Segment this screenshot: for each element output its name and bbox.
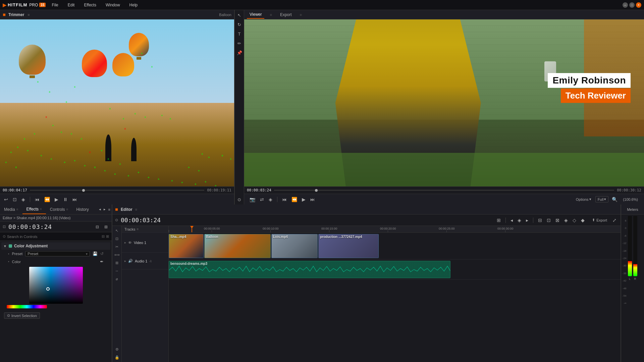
tab-media[interactable]: Media ≡ <box>0 205 22 214</box>
menu-file[interactable]: File <box>50 1 60 9</box>
preset-save-btn[interactable]: 💾 <box>93 251 98 256</box>
tl-tool-6[interactable]: ↔ <box>114 267 120 274</box>
editor-export-btn[interactable]: ⬆ Export <box>590 217 609 223</box>
editor-key-add[interactable]: ◈ <box>516 217 523 224</box>
minimize-button[interactable]: ─ <box>623 2 628 8</box>
editor-key-4[interactable]: ◈ <box>563 217 569 224</box>
scale-n30: -30 <box>623 262 627 269</box>
trimmer-pause-btn[interactable]: ⏸ <box>62 196 69 203</box>
tl-tool-settings[interactable]: ⚙ <box>114 346 120 353</box>
tab-controls[interactable]: Controls ≡ <box>46 205 72 214</box>
effect-group-header[interactable]: ▼ Color Adjustment <box>1 242 110 250</box>
editor-key-prev[interactable]: ◂ <box>509 217 514 224</box>
editor-expand-btn[interactable]: ⤢ <box>611 217 618 224</box>
editor-key-2[interactable]: ⊡ <box>545 217 552 224</box>
tab-history[interactable]: History <box>72 205 93 214</box>
editor-key-3[interactable]: ⊠ <box>554 217 561 224</box>
l-label: L <box>629 277 631 281</box>
trimmer-marker-btn[interactable]: ◈ <box>20 196 26 203</box>
menu-help[interactable]: Help <box>127 1 140 9</box>
eyedropper-btn[interactable]: ✒ <box>100 259 104 264</box>
video-track-eye[interactable]: 👁 <box>128 241 132 245</box>
maximize-button[interactable]: □ <box>629 2 635 8</box>
viewer-next-btn[interactable]: ⏭ <box>309 196 316 203</box>
timecode-next-btn[interactable]: ⊞ <box>103 224 109 230</box>
trimmer-prev-btn[interactable]: ⏮ <box>34 196 41 203</box>
preset-dropdown[interactable]: Preset ▾ <box>25 251 90 256</box>
tab-effects[interactable]: Effects ≡ <box>22 205 46 214</box>
tl-tool-5[interactable]: ⊞ <box>114 259 120 266</box>
video-track-expand[interactable]: ▸ <box>124 241 126 244</box>
zoom-level[interactable]: (100.6%) <box>621 197 640 202</box>
audio-clip-dreams[interactable]: bensound-dreams.mp3 <box>169 261 450 278</box>
clip-sha[interactable]: Sha...mp4 <box>169 234 204 258</box>
editor-key-next[interactable]: ▸ <box>525 217 530 224</box>
viewer-bg: Emily Robinson Tech Reviewer <box>244 19 644 186</box>
menu-window[interactable]: Window <box>104 1 122 9</box>
trimmer-snap-btn[interactable]: ⊡ <box>11 196 18 203</box>
viewer-play-btn[interactable]: ▶ <box>301 196 307 203</box>
trimmer-play-btn[interactable]: ▶ <box>53 196 60 203</box>
playhead-marker <box>190 226 194 229</box>
tab-viewer[interactable]: Viewer <box>247 11 264 19</box>
preset-reset-btn[interactable]: ↺ <box>100 251 104 256</box>
timeline-ruler: 00:00:05:00 00:00:10:00 00:00:15:00 <box>169 226 621 233</box>
viewer-in-btn[interactable]: ◈ <box>267 196 274 203</box>
clip-lois[interactable]: Lois.mp4 <box>271 234 318 258</box>
viewer-prev-btn[interactable]: ⏮ <box>281 196 288 203</box>
panel-nav-left[interactable]: ◂ <box>98 206 102 212</box>
tool-rotate[interactable]: ↻ <box>236 21 243 28</box>
tl-tool-3[interactable]: ✂ <box>114 243 120 250</box>
grid-view-icon[interactable]: ⊞ <box>106 234 109 239</box>
invert-selection-btn[interactable]: ⊙ Invert Selection <box>4 312 40 319</box>
timecode-prev-btn[interactable]: ⊟ <box>94 224 100 230</box>
panel-menu[interactable]: ≡ <box>107 207 112 212</box>
scale-n36: -36 <box>623 270 627 277</box>
list-view-icon[interactable]: ⊟ <box>102 234 105 239</box>
scale-n42: -42 <box>623 277 627 285</box>
tl-tool-7[interactable]: ⌀ <box>114 276 120 282</box>
trimmer-next-btn[interactable]: ⏭ <box>71 196 78 203</box>
viewer-video: Emily Robinson Tech Reviewer <box>244 19 644 186</box>
search-input[interactable] <box>7 235 100 239</box>
viewer-scrub-bar[interactable] <box>274 190 614 191</box>
editor-key-5[interactable]: ◇ <box>571 217 578 224</box>
meter-bars: 6 0 -6 -12 -18 -24 -30 -36 -42 -48 -54 -… <box>623 216 643 361</box>
tl-tool-1[interactable]: ↖ <box>114 227 120 234</box>
viewer-snapshot-btn[interactable]: 📷 <box>248 196 257 203</box>
trimmer-scrub-bar[interactable] <box>30 190 204 191</box>
close-button[interactable]: ✕ <box>636 2 641 8</box>
left-timecode[interactable]: 00:00:03:24 <box>8 223 52 230</box>
options-btn[interactable]: Options ▾ <box>574 196 593 202</box>
full-dropdown[interactable]: Full ▾ <box>595 196 609 202</box>
tool-text[interactable]: T <box>236 30 243 38</box>
scale-ninf: -∞ <box>623 300 627 307</box>
tool-bottom[interactable]: ⊙ <box>236 196 243 203</box>
trimmer-rewind-btn[interactable]: ⏪ <box>43 196 51 203</box>
hue-bar[interactable] <box>7 305 47 308</box>
audio-track-expand[interactable]: ▸ <box>124 259 126 263</box>
editor-key-6[interactable]: ◆ <box>580 217 586 224</box>
clip-production[interactable]: production ...3772427.mp4 <box>318 234 379 258</box>
tool-pen[interactable]: ✏ <box>236 40 243 47</box>
tool-select[interactable]: ↖ <box>236 11 243 19</box>
panel-nav-right[interactable]: ▸ <box>102 206 107 212</box>
audio-track-speaker[interactable]: 🔊 <box>128 259 133 263</box>
audio-clip-label: bensound-dreams.mp3 <box>170 262 207 265</box>
tab-export[interactable]: Export <box>277 11 294 18</box>
tool-pin[interactable]: 📌 <box>236 49 243 56</box>
tl-tool-4[interactable]: ⟺ <box>114 251 120 258</box>
trimmer-loop-btn[interactable]: ↩ <box>3 196 9 203</box>
tl-tool-2[interactable]: ⊡ <box>114 235 120 242</box>
editor-key-1[interactable]: ⊟ <box>537 217 543 224</box>
menu-edit[interactable]: Edit <box>66 1 77 9</box>
viewer-loop-btn[interactable]: ⇄ <box>259 196 265 203</box>
controls-menu: ≡ <box>66 207 68 211</box>
menu-effects[interactable]: Effects <box>82 1 98 9</box>
editor-timecode[interactable]: 00:00:03:24 <box>121 217 161 224</box>
color-gradient-field[interactable] <box>29 267 83 304</box>
tl-tool-lock[interactable]: 🔒 <box>114 354 120 361</box>
editor-insert-btn[interactable]: ⊞ <box>495 217 502 224</box>
clip-balloon[interactable]: Balloon <box>204 234 271 258</box>
viewer-rewind-btn[interactable]: ⏪ <box>290 196 299 203</box>
